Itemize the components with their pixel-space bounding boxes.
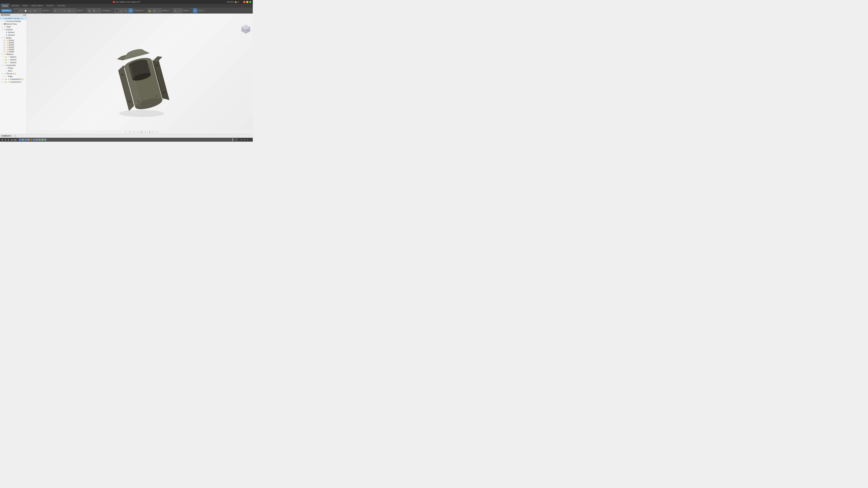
tab-solid[interactable]: SOLID bbox=[1, 4, 9, 8]
inspect-measure-btn[interactable]: 📐 bbox=[148, 8, 152, 13]
modify-more-btn[interactable]: ⋯ bbox=[72, 8, 76, 13]
tree-item-axis1[interactable]: — Axis1 bbox=[0, 69, 27, 72]
viewport[interactable]: TOP LEFT FRONT bbox=[27, 13, 253, 134]
tab-utilities[interactable]: UTILITIES bbox=[56, 4, 67, 8]
tl-prev-btn[interactable]: ◀ bbox=[4, 138, 7, 141]
comments-expand[interactable]: ▾ bbox=[12, 135, 13, 137]
inspect-label[interactable]: INSPECT▾ bbox=[162, 10, 170, 11]
comments-settings[interactable]: ⚙ bbox=[15, 135, 16, 137]
tree-item-section2[interactable]: ▤ Section2 bbox=[0, 34, 27, 36]
tree-arrow-analysis[interactable]: ▾ bbox=[2, 29, 3, 30]
construct-axis-btn[interactable]: ✛ bbox=[128, 8, 133, 13]
modify-press-btn[interactable]: ⇕ bbox=[53, 8, 58, 13]
tree-arrow-the-can[interactable]: ▾ bbox=[2, 73, 3, 74]
tree-arrow-comp2[interactable]: ▸ bbox=[2, 78, 3, 80]
create-torus-btn[interactable]: ◯ bbox=[28, 8, 32, 13]
construct-label[interactable]: CONSTRUCT▾ bbox=[133, 10, 145, 11]
construct-angle-btn[interactable]: ∠ bbox=[119, 8, 124, 13]
select-label[interactable]: SELECT▾ bbox=[197, 10, 206, 11]
tl-event-10[interactable]: E bbox=[44, 139, 46, 141]
vp-section-btn[interactable]: ▤ bbox=[140, 130, 144, 134]
insert-label[interactable]: INSERT▾ bbox=[182, 10, 190, 11]
modify-label[interactable]: MODIFY▾ bbox=[76, 10, 85, 11]
vp-shading-btn[interactable]: ◑ bbox=[148, 130, 151, 134]
tree-item-the-can[interactable]: ▾ ◈ The can 1 🔒 bbox=[0, 72, 27, 75]
create-cylinder-btn[interactable]: ⬭ bbox=[19, 8, 23, 13]
modify-fillet-btn[interactable]: ⌒ bbox=[58, 8, 62, 13]
assemble-joint-btn[interactable]: ⊕ bbox=[87, 8, 92, 13]
browser-collapse-btn[interactable]: ▾ bbox=[23, 14, 24, 16]
tree-arrow-construction[interactable]: ▾ bbox=[2, 65, 3, 66]
tl-event-1[interactable]: S bbox=[19, 139, 21, 141]
vp-pan-btn[interactable]: ✥ bbox=[129, 130, 132, 134]
vp-zoom-btn[interactable]: 🔍 bbox=[133, 130, 136, 134]
timeline-track[interactable]: S E S E C S E E M E bbox=[19, 138, 238, 141]
assemble-label[interactable]: ASSEMBLE▾ bbox=[101, 10, 112, 11]
tree-item-comp3[interactable]: ▸ 👁 🔒 ◈ Component1:1 bbox=[0, 80, 27, 83]
vp-grid-btn[interactable]: ⊞ bbox=[152, 130, 155, 134]
tl-event-4[interactable]: E bbox=[27, 139, 30, 141]
tree-item-body6[interactable]: 👁 🔒 Body6 bbox=[0, 51, 27, 53]
tl-event-7[interactable]: E bbox=[36, 139, 38, 141]
create-box-btn[interactable]: ⬛ bbox=[14, 8, 19, 13]
tl-settings-btn[interactable]: ⚙ bbox=[240, 138, 243, 141]
tl-start-btn[interactable]: |◀ bbox=[1, 138, 3, 141]
insert-svg-btn[interactable]: ↧ bbox=[173, 8, 178, 13]
tree-item-root[interactable]: ▾ ◈ can version 1 for cray... 🔒 bbox=[0, 17, 27, 20]
tree-arrow-doc[interactable]: ▸ bbox=[2, 21, 3, 22]
create-label[interactable]: CREATE▾ bbox=[42, 10, 50, 11]
vp-fit-btn[interactable]: ⊡ bbox=[136, 130, 140, 134]
tree-item-comp2[interactable]: ▸ 👁 🔒 ◈ Component2:1 🔒 bbox=[0, 78, 27, 80]
construct-offset-btn[interactable]: ⬛ bbox=[115, 8, 119, 13]
tl-next-btn[interactable]: ▶| bbox=[10, 138, 13, 141]
tree-arrow-origin-can[interactable]: ▸ bbox=[3, 76, 5, 77]
vp-home-btn[interactable]: ⌂ bbox=[121, 130, 124, 134]
tree-item-origin-top[interactable]: ▸ ✛ Origin bbox=[0, 25, 27, 28]
browser-settings-btn[interactable]: ⚙ bbox=[24, 14, 26, 16]
create-sphere-btn[interactable]: ⬤ bbox=[23, 8, 28, 13]
tl-event-5[interactable]: C bbox=[30, 139, 32, 141]
inspect-section-btn[interactable]: ⊡ bbox=[152, 8, 157, 13]
create-pipe-btn[interactable]: ≋ bbox=[33, 8, 37, 13]
tree-item-plane1[interactable]: ▭ Plane1 bbox=[0, 67, 27, 69]
tree-arrow-views[interactable]: ▸ bbox=[2, 23, 3, 25]
assemble-rigid-btn[interactable]: ⊞ bbox=[92, 8, 96, 13]
create-more-btn[interactable]: ⋯ bbox=[37, 8, 42, 13]
inspect-more-btn[interactable]: ⋯ bbox=[157, 8, 161, 13]
tree-item-body5[interactable]: 👁 🔒 Body5 bbox=[0, 48, 27, 51]
tree-arrow-bodies[interactable]: ▾ bbox=[2, 37, 3, 39]
vp-settings-btn[interactable]: ⚙ bbox=[156, 130, 159, 134]
tl-event-8[interactable]: E bbox=[38, 139, 41, 141]
tree-item-body2[interactable]: 👁 🔒 Body2 bbox=[0, 41, 27, 44]
tab-surface[interactable]: SURFACE bbox=[9, 4, 21, 8]
modify-combine-btn[interactable]: ⊞ bbox=[67, 8, 71, 13]
close-button[interactable] bbox=[243, 1, 245, 3]
construct-midplane-btn[interactable]: ≡ bbox=[124, 8, 128, 13]
tree-arrow-root[interactable]: ▾ bbox=[0, 18, 2, 19]
tree-arrow-origin-top[interactable]: ▸ bbox=[2, 26, 3, 28]
tree-item-sketch1[interactable]: 👁 🔒 ✏ Sketch1 bbox=[0, 56, 27, 58]
maximize-button[interactable] bbox=[249, 1, 251, 3]
tree-item-named-views[interactable]: ▸ 🔲 Named Views bbox=[0, 23, 27, 25]
assemble-more-btn[interactable]: ⋯ bbox=[96, 8, 101, 13]
tab-plastic[interactable]: PLASTIC bbox=[45, 4, 56, 8]
tl-collapse-btn[interactable]: ▸ bbox=[246, 138, 249, 141]
tl-more-btn[interactable]: ⋯ bbox=[249, 138, 252, 141]
tree-item-origin-can[interactable]: ▸ ✛ Origin bbox=[0, 75, 27, 78]
tl-end-btn[interactable]: ▶▶| bbox=[14, 138, 17, 141]
design-dropdown[interactable]: DESIGN ▾ bbox=[1, 9, 12, 12]
tree-item-body3[interactable]: 👁 🔒 Body3 bbox=[0, 44, 27, 46]
tree-item-body4[interactable]: 👁 🔒 Body4 bbox=[0, 46, 27, 48]
tree-item-construction[interactable]: ▾ ▭ Construction bbox=[0, 64, 27, 67]
tree-arrow-comp3[interactable]: ▸ bbox=[2, 81, 3, 83]
vp-orbit-btn[interactable]: ↻ bbox=[125, 130, 128, 134]
insert-more-btn[interactable]: ⋯ bbox=[178, 8, 182, 13]
vp-display-btn[interactable]: ⊟ bbox=[144, 130, 147, 134]
minimize-button[interactable] bbox=[246, 1, 248, 3]
tree-item-sketch4[interactable]: 👁 🔒 ✏ Sketch4 bbox=[0, 61, 27, 64]
tl-event-3[interactable]: S bbox=[25, 139, 27, 141]
modify-shell-btn[interactable]: ▭ bbox=[62, 8, 67, 13]
tl-event-2[interactable]: E bbox=[22, 139, 24, 141]
tree-item-sketch3[interactable]: 👁 🔒 ✏ Sketch3 bbox=[0, 58, 27, 61]
tl-event-6[interactable]: S bbox=[33, 139, 35, 141]
